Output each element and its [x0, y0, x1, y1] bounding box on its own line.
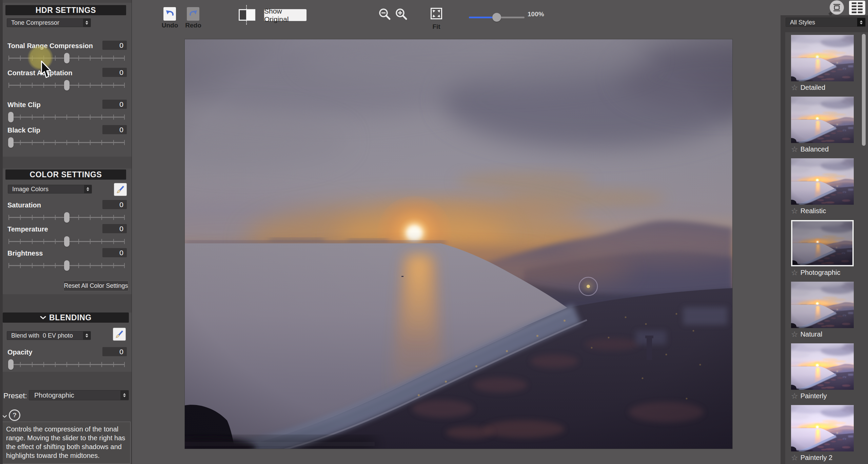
photo-canvas[interactable] [185, 39, 732, 449]
slider-label: Tonal Range Compression [7, 42, 93, 50]
frames-circle-icon[interactable] [830, 0, 844, 15]
slider-row: White Clip 0 [7, 101, 127, 123]
blend-with-dropdown[interactable]: Blend with 0 EV photo [7, 331, 91, 340]
slider-value-box[interactable]: 0 [102, 41, 127, 50]
slider-track[interactable] [8, 80, 125, 91]
slider-track[interactable] [8, 260, 125, 271]
favorite-star-icon[interactable]: ☆ [791, 145, 798, 153]
slider-thumb[interactable] [64, 53, 70, 63]
style-thumbnail[interactable] [791, 35, 854, 81]
brush-icon [115, 330, 124, 339]
style-caption: ☆ Balanced [791, 145, 863, 153]
color-settings-header: COLOR SETTINGS [5, 169, 126, 180]
favorite-star-icon[interactable]: ☆ [791, 207, 798, 215]
redo-button[interactable] [187, 7, 199, 21]
slider-value-box[interactable]: 0 [102, 248, 127, 257]
tone-method-value: Tone Compressor [11, 19, 59, 26]
blend-brush-button[interactable] [113, 328, 126, 341]
redo-label: Redo [181, 22, 205, 29]
dropdown-stepper-icon [857, 18, 865, 26]
slider-line [8, 142, 125, 143]
slider-value-box[interactable]: 0 [102, 68, 127, 77]
show-original-button[interactable]: Show Original [264, 9, 307, 21]
style-thumbnail[interactable] [791, 158, 854, 205]
zoom-in-button[interactable] [394, 7, 409, 22]
style-caption: ☆ Photographic [791, 269, 863, 277]
zoom-slider-thumb[interactable] [492, 13, 501, 22]
slider-thumb[interactable] [8, 137, 14, 148]
blending-header[interactable]: BLENDING [3, 312, 129, 323]
slider-value-box[interactable]: 0 [102, 347, 127, 356]
help-icon[interactable]: ? [9, 409, 20, 421]
style-thumbnail[interactable] [791, 282, 854, 328]
dropdown-stepper-icon [84, 185, 92, 193]
slider-thumb[interactable] [64, 212, 70, 223]
fit-button[interactable] [431, 8, 442, 19]
slider-track[interactable] [8, 359, 125, 370]
style-thumbnail[interactable] [791, 220, 854, 266]
dropdown-stepper-icon [83, 331, 91, 340]
slider-track[interactable] [8, 53, 125, 64]
style-thumbnail[interactable] [791, 97, 854, 143]
styles-filter-dropdown[interactable]: All Styles [786, 18, 866, 27]
blending-section: BLENDING Blend with 0 EV photo Opacity 0 [0, 312, 132, 372]
favorite-star-icon[interactable]: ☆ [791, 392, 798, 400]
style-thumbnail[interactable] [791, 405, 854, 451]
style-thumbnail[interactable] [791, 343, 854, 390]
preset-value: Photographic [34, 391, 74, 399]
magnifier-plus-icon [394, 7, 409, 22]
help-collapse-chevron[interactable] [2, 413, 7, 420]
style-caption: ☆ Natural [791, 330, 863, 338]
slider-track[interactable] [8, 112, 125, 123]
style-item[interactable]: ☆ Photographic [791, 220, 863, 281]
slider-thumb[interactable] [64, 80, 70, 90]
preset-dropdown[interactable]: Photographic [29, 390, 129, 400]
tone-method-dropdown[interactable]: Tone Compressor [7, 18, 91, 27]
style-item[interactable]: ☆ Detailed [791, 35, 863, 96]
style-item[interactable]: ☆ Realistic [791, 158, 863, 219]
slider-row: Opacity 0 [7, 348, 127, 370]
favorite-star-icon[interactable]: ☆ [791, 454, 798, 462]
slider-thumb[interactable] [64, 260, 70, 271]
split-view-icon[interactable] [239, 9, 255, 21]
style-caption: ☆ Painterly [791, 392, 863, 400]
app-window: HDR SETTINGS Tone Compressor Tonal Range… [0, 0, 868, 464]
zoom-slider[interactable] [469, 13, 525, 22]
slider-value-box[interactable]: 0 [102, 224, 127, 233]
chevron-down-icon [40, 316, 46, 320]
style-label: Balanced [801, 145, 829, 153]
slider-row: Contrast Adaptation 0 [7, 69, 127, 91]
slider-thumb[interactable] [8, 359, 14, 370]
styles-scrollbar[interactable] [862, 34, 866, 146]
favorite-star-icon[interactable]: ☆ [791, 84, 798, 92]
style-item[interactable]: ☆ Balanced [791, 97, 863, 158]
slider-thumb[interactable] [8, 112, 14, 122]
undo-button[interactable] [163, 7, 176, 21]
slider-track[interactable] [8, 236, 125, 247]
favorite-star-icon[interactable]: ☆ [791, 269, 798, 277]
zoom-out-button[interactable] [378, 7, 392, 22]
style-caption: ☆ Detailed [791, 84, 863, 92]
styles-list-view-icon[interactable] [849, 1, 865, 15]
favorite-star-icon[interactable]: ☆ [791, 330, 798, 338]
slider-value-box[interactable]: 0 [102, 125, 127, 134]
preset-label: Preset: [3, 391, 27, 400]
style-label: Photographic [801, 269, 841, 277]
slider-value-box[interactable]: 0 [102, 100, 127, 109]
slider-label: Brightness [7, 249, 43, 257]
reset-color-settings-button[interactable]: Reset All Color Settings [63, 281, 129, 291]
slider-row: Temperature 0 [7, 225, 127, 247]
slider-track[interactable] [8, 212, 125, 223]
style-item[interactable]: ☆ Natural [791, 282, 863, 343]
color-mode-dropdown[interactable]: Image Colors [8, 185, 92, 194]
hdr-settings-section: HDR SETTINGS Tone Compressor Tonal Range… [0, 3, 132, 157]
styles-filter-value: All Styles [790, 19, 815, 26]
style-item[interactable]: ☆ Painterly [791, 343, 863, 404]
slider-value-box[interactable]: 0 [102, 200, 127, 209]
color-mode-value: Image Colors [12, 186, 48, 193]
slider-thumb[interactable] [64, 236, 70, 247]
slider-track[interactable] [8, 137, 125, 148]
color-brush-button[interactable] [114, 183, 127, 196]
dropdown-stepper-icon [120, 390, 129, 400]
style-item[interactable]: ☆ Painterly 2 [791, 405, 863, 464]
